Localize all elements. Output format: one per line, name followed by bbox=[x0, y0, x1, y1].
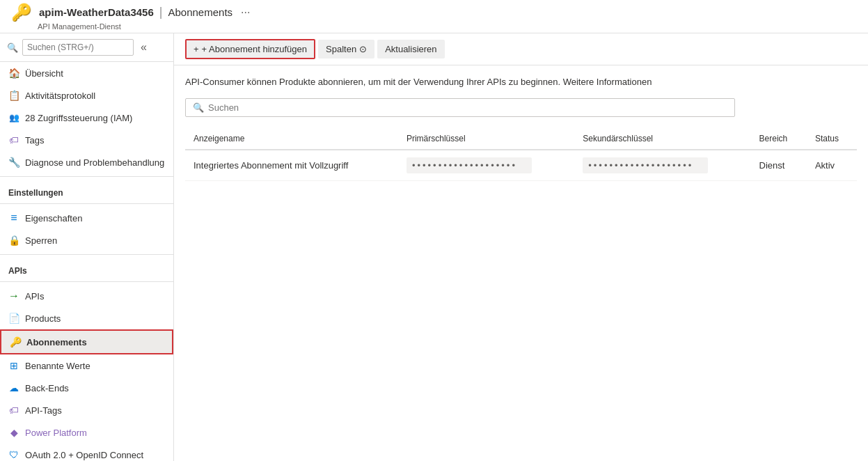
sidebar-item-iam[interactable]: 👥 28 Zugriffssteuerung (IAM) bbox=[0, 107, 173, 129]
sidebar-item-products[interactable]: 📄 Products bbox=[0, 307, 173, 329]
diamond-icon: ◆ bbox=[8, 427, 19, 438]
cell-scope: Dienst bbox=[751, 150, 807, 181]
sidebar-item-abonnements[interactable]: 🔑 Abonnements bbox=[0, 329, 173, 354]
sidebar-search-area: 🔍 « bbox=[0, 33, 173, 62]
section-label-einstellungen: Einstellungen bbox=[0, 180, 173, 201]
search-icon: 🔍 bbox=[7, 42, 18, 53]
header-sub-text: API Management-Dienst bbox=[38, 22, 250, 31]
info-text: API-Consumer können Produkte abonnieren,… bbox=[185, 77, 857, 87]
aktualisieren-button[interactable]: Aktualisieren bbox=[377, 40, 444, 58]
service-icon: 🔑 bbox=[11, 3, 32, 22]
section-label-apis: APIs bbox=[0, 258, 173, 279]
values-icon: ⊞ bbox=[8, 360, 19, 371]
add-subscription-button[interactable]: + + Abonnement hinzufügen bbox=[185, 39, 315, 59]
lock-icon: 🔒 bbox=[8, 235, 19, 246]
sidebar-label-power-platform: Power Platform bbox=[25, 428, 87, 438]
sidebar-item-aktivitaetsprotokoll[interactable]: 📋 Aktivitätsprotokoll bbox=[0, 84, 173, 107]
tag-icon: 🏷 bbox=[8, 134, 19, 146]
col-header-name: Anzeigename bbox=[185, 128, 398, 150]
main-layout: 🔍 « 🏠 Übersicht 📋 Aktivitätsprotokoll 👥 … bbox=[0, 33, 868, 461]
header-ellipsis[interactable]: ··· bbox=[241, 6, 250, 19]
sidebar-item-apis[interactable]: → APIs bbox=[0, 285, 173, 307]
collapse-button[interactable]: « bbox=[138, 40, 150, 55]
add-icon: + bbox=[194, 44, 199, 54]
table-header-row: Anzeigename Primärschlüssel Sekundärschl… bbox=[185, 128, 857, 150]
content-body: API-Consumer können Produkte abonnieren,… bbox=[174, 65, 868, 461]
iam-icon: 👥 bbox=[8, 112, 19, 123]
col-header-primary: Primärschlüssel bbox=[398, 128, 574, 150]
header-separator: | bbox=[159, 5, 163, 19]
add-subscription-label: + Abonnement hinzufügen bbox=[202, 44, 307, 54]
spalten-button[interactable]: Spalten ⊙ bbox=[318, 40, 374, 58]
app-header: 🔑 apim-WeatherData3456 | Abonnements ···… bbox=[0, 0, 868, 33]
sidebar-item-uebersicht[interactable]: 🏠 Übersicht bbox=[0, 62, 173, 84]
sidebar-label-abonnements: Abonnements bbox=[26, 337, 87, 347]
sidebar-label-uebersicht: Übersicht bbox=[25, 68, 63, 79]
service-name: apim-WeatherData3456 bbox=[39, 6, 154, 18]
spalten-label: Spalten bbox=[326, 44, 356, 54]
api-tag-icon: 🏷 bbox=[8, 405, 19, 416]
sidebar-label-benannte-werte: Benannte Werte bbox=[25, 361, 90, 371]
col-header-status: Status bbox=[807, 128, 857, 150]
sidebar-label-aktivitaet: Aktivitätsprotokoll bbox=[25, 91, 95, 101]
sidebar-item-api-tags[interactable]: 🏷 API-Tags bbox=[0, 399, 173, 421]
sidebar-item-diagnose[interactable]: 🔧 Diagnose und Problembehandlung bbox=[0, 151, 173, 173]
table-search-box[interactable]: 🔍 bbox=[185, 98, 735, 117]
sidebar-label-iam: 28 Zugriffssteuerung (IAM) bbox=[25, 113, 132, 123]
subscriptions-table: Anzeigename Primärschlüssel Sekundärschl… bbox=[185, 128, 857, 181]
content-area: + + Abonnement hinzufügen Spalten ⊙ Aktu… bbox=[174, 33, 868, 461]
sidebar-item-benannte-werte[interactable]: ⊞ Benannte Werte bbox=[0, 354, 173, 377]
refresh-circle-icon: ⊙ bbox=[359, 44, 367, 54]
sidebar-label-products: Products bbox=[25, 313, 61, 324]
page-title: Abonnements bbox=[168, 6, 232, 18]
api-icon: → bbox=[8, 290, 19, 302]
col-header-scope: Bereich bbox=[751, 128, 807, 150]
products-icon: 📄 bbox=[8, 313, 19, 324]
sidebar-divider-3 bbox=[0, 254, 173, 255]
aktualisieren-label: Aktualisieren bbox=[385, 44, 436, 54]
log-icon: 📋 bbox=[8, 90, 19, 101]
search-icon-small: 🔍 bbox=[193, 102, 204, 113]
cell-primary-key: •••••••••••••••••••• bbox=[398, 150, 574, 181]
sidebar-divider-2 bbox=[0, 203, 173, 204]
sidebar-item-eigenschaften[interactable]: ≡ Eigenschaften bbox=[0, 207, 173, 229]
sidebar-divider-4 bbox=[0, 281, 173, 282]
shield-icon: 🛡 bbox=[8, 449, 19, 460]
sidebar-label-apis: APIs bbox=[25, 291, 44, 302]
wrench-icon: 🔧 bbox=[8, 157, 19, 168]
table-search-input[interactable] bbox=[208, 102, 727, 113]
cell-secondary-key: •••••••••••••••••••• bbox=[574, 150, 750, 181]
sidebar-divider-1 bbox=[0, 176, 173, 177]
sidebar-item-oauth[interactable]: 🛡 OAuth 2.0 + OpenID Connect bbox=[0, 444, 173, 461]
sidebar-item-power-platform[interactable]: ◆ Power Platform bbox=[0, 421, 173, 444]
sidebar-label-tags: Tags bbox=[25, 135, 44, 146]
table-row[interactable]: Integriertes Abonnement mit Vollzugriff … bbox=[185, 150, 857, 181]
sidebar-label-oauth: OAuth 2.0 + OpenID Connect bbox=[25, 450, 143, 460]
sidebar-label-diagnose: Diagnose und Problembehandlung bbox=[25, 157, 164, 168]
sidebar-label-sperren: Sperren bbox=[25, 235, 57, 246]
col-header-secondary: Sekundärschlüssel bbox=[574, 128, 750, 150]
props-icon: ≡ bbox=[8, 212, 19, 224]
cell-status: Aktiv bbox=[807, 150, 857, 181]
sidebar-label-api-tags: API-Tags bbox=[25, 405, 62, 416]
home-icon: 🏠 bbox=[8, 68, 19, 79]
search-input[interactable] bbox=[22, 39, 134, 56]
sidebar-item-tags[interactable]: 🏷 Tags bbox=[0, 129, 173, 151]
sidebar-item-sperren[interactable]: 🔒 Sperren bbox=[0, 229, 173, 251]
sidebar-label-back-ends: Back-Ends bbox=[25, 383, 69, 393]
sidebar: 🔍 « 🏠 Übersicht 📋 Aktivitätsprotokoll 👥 … bbox=[0, 33, 174, 461]
cell-name: Integriertes Abonnement mit Vollzugriff bbox=[185, 150, 398, 181]
sidebar-label-eigenschaften: Eigenschaften bbox=[25, 213, 82, 224]
sidebar-item-back-ends[interactable]: ☁ Back-Ends bbox=[0, 377, 173, 399]
key-icon: 🔑 bbox=[10, 336, 21, 347]
cloud-icon: ☁ bbox=[8, 382, 19, 393]
toolbar: + + Abonnement hinzufügen Spalten ⊙ Aktu… bbox=[174, 33, 868, 65]
